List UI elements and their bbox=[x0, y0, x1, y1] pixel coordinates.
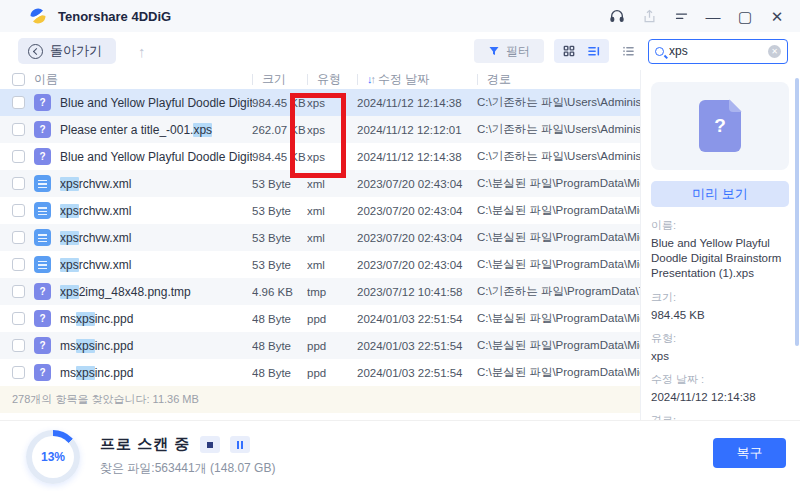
row-checkbox[interactable] bbox=[12, 177, 25, 190]
size-label: 크기: bbox=[651, 290, 788, 305]
share-icon bbox=[638, 5, 660, 27]
col-path[interactable]: 경로 bbox=[477, 71, 640, 88]
table-row[interactable]: xpsrchvw.xml 53 Byte xml 2023/07/20 02:4… bbox=[0, 224, 640, 251]
file-size: 4.96 KB bbox=[252, 286, 307, 298]
table-row[interactable]: msxpsinc.ppd 48 Byte ppd 2024/01/03 22:5… bbox=[0, 305, 640, 332]
row-checkbox[interactable] bbox=[12, 312, 25, 325]
preview-button[interactable]: 미리 보기 bbox=[651, 181, 789, 207]
file-date: 2024/11/12 12:12:01 bbox=[357, 124, 477, 136]
file-date: 2024/01/03 22:51:54 bbox=[357, 313, 477, 325]
file-path: C:\기존하는 파일\Users\Administr... bbox=[477, 149, 640, 164]
row-checkbox[interactable] bbox=[12, 366, 25, 379]
file-size: 53 Byte bbox=[252, 205, 307, 217]
table-row[interactable]: xpsrchvw.xml 53 Byte xml 2023/07/20 02:4… bbox=[0, 251, 640, 278]
row-checkbox[interactable] bbox=[12, 150, 25, 163]
row-checkbox[interactable] bbox=[12, 258, 25, 271]
maximize-button[interactable]: ▢ bbox=[734, 5, 756, 27]
file-type-icon bbox=[34, 148, 51, 165]
table-row[interactable]: Please enter a title_-001.xps 262.07 KB … bbox=[0, 116, 640, 143]
table-row[interactable]: Blue and Yellow Playful Doodle Digital B… bbox=[0, 89, 640, 116]
file-size: 48 Byte bbox=[252, 367, 307, 379]
row-checkbox[interactable] bbox=[12, 204, 25, 217]
pause-icon bbox=[237, 441, 243, 449]
file-path: C:\기존하는 파일\ProgramData\Te... bbox=[477, 284, 640, 299]
col-size[interactable]: 크기 bbox=[252, 71, 307, 88]
file-path: C:\기존하는 파일\Users\Administr... bbox=[477, 122, 640, 137]
file-date: 2023/07/12 10:41:58 bbox=[357, 286, 477, 298]
file-type: tmp bbox=[307, 286, 357, 298]
file-size: 984.45 KB bbox=[252, 151, 307, 163]
back-button[interactable]: 돌아가기 bbox=[18, 38, 116, 64]
file-type-icon bbox=[34, 256, 51, 273]
file-size: 53 Byte bbox=[252, 259, 307, 271]
file-size: 53 Byte bbox=[252, 178, 307, 190]
table-row[interactable]: msxpsinc.ppd 48 Byte ppd 2024/01/03 22:5… bbox=[0, 332, 640, 359]
file-type-icon bbox=[34, 364, 51, 381]
app-logo-icon bbox=[28, 6, 48, 26]
filter-button[interactable]: 필터 bbox=[474, 39, 544, 63]
file-name: xps2img_48x48.png.tmp bbox=[60, 285, 252, 299]
filter-label: 필터 bbox=[506, 43, 530, 60]
close-button[interactable]: ✕ bbox=[766, 5, 788, 27]
search-icon bbox=[655, 47, 664, 56]
row-checkbox[interactable] bbox=[12, 96, 25, 109]
select-all-checkbox[interactable] bbox=[12, 73, 25, 86]
pause-scan-button[interactable] bbox=[230, 436, 250, 453]
file-name: Please enter a title_-001.xps bbox=[60, 123, 252, 137]
detail-view-icon[interactable] bbox=[586, 44, 601, 58]
type-label: 유형: bbox=[651, 331, 788, 346]
table-row[interactable]: Blue and Yellow Playful Doodle Digital B… bbox=[0, 143, 640, 170]
scan-found-files: 찾은 파일:563441개 (148.07 GB) bbox=[100, 460, 275, 477]
table-header: 이름 크기 유형 ↓↑수정 날짜 경로 bbox=[0, 70, 640, 89]
file-type: ppd bbox=[307, 367, 357, 379]
table-row[interactable]: xps2img_48x48.png.tmp 4.96 KB tmp 2023/0… bbox=[0, 278, 640, 305]
file-type-icon bbox=[34, 337, 51, 354]
file-type: xml bbox=[307, 205, 357, 217]
file-date: 2023/07/20 02:43:04 bbox=[357, 232, 477, 244]
minimize-button[interactable]: — bbox=[702, 5, 724, 27]
file-type-icon bbox=[34, 94, 51, 111]
col-name[interactable]: 이름 bbox=[34, 71, 252, 88]
table-row[interactable]: xpsrchvw.xml 53 Byte xml 2023/07/20 02:4… bbox=[0, 170, 640, 197]
sort-icon[interactable]: ↓↑ bbox=[367, 73, 374, 85]
clear-search-icon[interactable] bbox=[768, 45, 781, 58]
scan-progress-percent: 13% bbox=[41, 450, 65, 464]
size-value: 984.45 KB bbox=[651, 308, 788, 323]
file-date: 2023/07/20 02:43:04 bbox=[357, 259, 477, 271]
file-size: 984.45 KB bbox=[252, 97, 307, 109]
file-date: 2024/11/12 12:14:38 bbox=[357, 97, 477, 109]
unknown-file-icon: ? bbox=[699, 100, 741, 152]
col-type[interactable]: 유형 bbox=[307, 71, 357, 88]
file-type-icon bbox=[34, 310, 51, 327]
table-row[interactable]: msxpsinc.ppd 48 Byte ppd 2024/01/03 22:5… bbox=[0, 359, 640, 386]
file-size: 53 Byte bbox=[252, 232, 307, 244]
recover-button[interactable]: 복구 bbox=[713, 438, 786, 468]
grid-view-icon[interactable] bbox=[562, 44, 576, 58]
table-row[interactable]: xpsrchvw.xml 53 Byte xml 2023/07/20 02:4… bbox=[0, 197, 640, 224]
col-date[interactable]: ↓↑수정 날짜 bbox=[357, 71, 477, 88]
view-toggle-group bbox=[554, 39, 609, 63]
row-checkbox[interactable] bbox=[12, 123, 25, 136]
stop-scan-button[interactable] bbox=[200, 436, 220, 453]
file-path: C:\분실된 파일\ProgramData\Micr... bbox=[477, 338, 640, 353]
path-label: 경로: bbox=[651, 413, 788, 420]
funnel-icon bbox=[488, 45, 500, 57]
type-value: xps bbox=[651, 349, 788, 364]
panel-scrollbar[interactable] bbox=[795, 78, 799, 346]
row-checkbox[interactable] bbox=[12, 231, 25, 244]
row-checkbox[interactable] bbox=[12, 285, 25, 298]
headphones-support-icon[interactable] bbox=[606, 5, 628, 27]
file-date: 2023/07/20 02:43:04 bbox=[357, 205, 477, 217]
file-type: ppd bbox=[307, 340, 357, 352]
file-name: Blue and Yellow Playful Doodle Digital B… bbox=[60, 96, 252, 110]
file-path: C:\분실된 파일\ProgramData\Micr... bbox=[477, 203, 640, 218]
search-input[interactable] bbox=[669, 44, 763, 58]
file-path: C:\기존하는 파일\Users\Administr... bbox=[477, 95, 640, 110]
app-title: Tenorshare 4DDiG bbox=[58, 9, 171, 24]
menu-icon[interactable] bbox=[670, 5, 692, 27]
file-size: 48 Byte bbox=[252, 313, 307, 325]
list-view-icon[interactable] bbox=[619, 44, 638, 58]
up-directory-icon[interactable]: ↑ bbox=[138, 43, 146, 60]
row-checkbox[interactable] bbox=[12, 339, 25, 352]
file-name: msxpsinc.ppd bbox=[60, 312, 252, 326]
